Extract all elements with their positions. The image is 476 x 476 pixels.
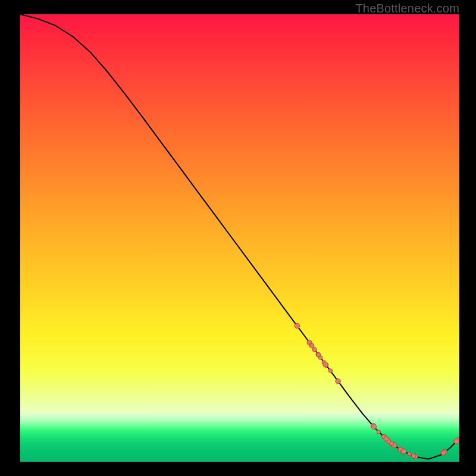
svg-point-32	[401, 449, 406, 454]
svg-point-30	[411, 453, 416, 458]
bottleneck-curve	[20, 14, 459, 459]
svg-point-28	[371, 424, 377, 430]
svg-point-37	[454, 439, 459, 444]
svg-point-36	[441, 450, 446, 455]
chart-svg	[20, 14, 459, 462]
svg-point-31	[377, 430, 381, 434]
svg-point-33	[408, 452, 411, 456]
plot-area	[20, 14, 459, 462]
data-markers	[295, 323, 459, 459]
chart-frame: TheBottleneck.com	[0, 0, 476, 476]
svg-point-13	[295, 323, 300, 328]
svg-point-1	[336, 378, 341, 384]
svg-point-9	[310, 343, 315, 348]
svg-point-29	[384, 436, 389, 441]
svg-point-12	[323, 362, 328, 367]
svg-point-11	[318, 356, 322, 360]
watermark-text: TheBottleneck.com	[355, 2, 459, 15]
svg-point-0	[328, 369, 333, 373]
